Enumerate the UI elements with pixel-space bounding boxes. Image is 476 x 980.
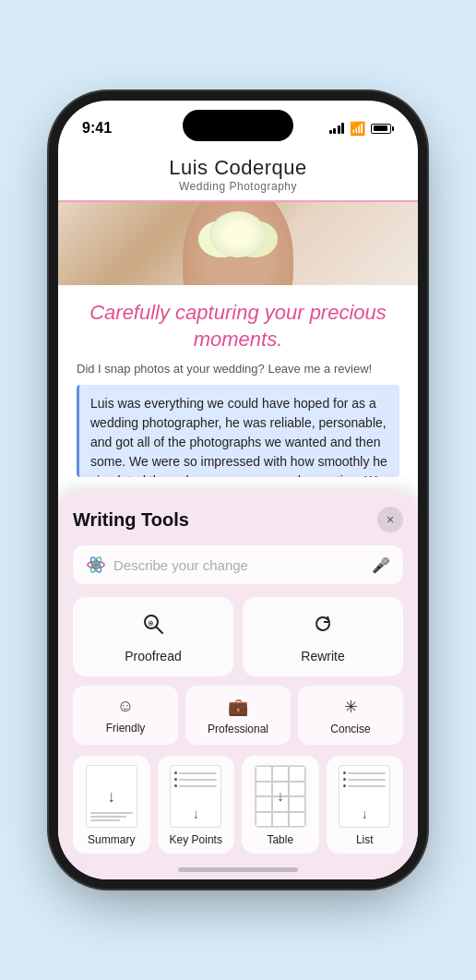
friendly-button[interactable]: ☺ Friendly xyxy=(73,686,178,745)
list-preview: ↓ xyxy=(339,765,390,828)
search-placeholder[interactable]: Describe your change xyxy=(113,557,364,573)
proofread-button[interactable]: ⊕ Proofread xyxy=(73,597,233,676)
battery-icon xyxy=(371,124,394,134)
svg-line-5 xyxy=(157,627,163,634)
professional-label: Professional xyxy=(208,723,268,735)
friendly-label: Friendly xyxy=(106,722,146,735)
dynamic-island xyxy=(183,110,293,141)
doc-cards: ↓ Summary xyxy=(73,756,403,854)
spark-icon xyxy=(86,555,106,575)
site-tagline-text: Carefully capturing your precious moment… xyxy=(58,285,418,358)
hero-image xyxy=(58,202,418,285)
table-label: Table xyxy=(267,833,293,846)
mic-icon[interactable]: 🎤 xyxy=(372,556,390,574)
key-points-label: Key Points xyxy=(170,833,222,846)
list-button[interactable]: ↓ List xyxy=(327,756,404,854)
key-points-arrow-icon: ↓ xyxy=(193,807,199,821)
proofread-icon: ⊕ xyxy=(141,612,165,641)
summary-button[interactable]: ↓ Summary xyxy=(73,756,150,854)
table-button[interactable]: ↓ Table xyxy=(242,756,319,854)
selected-text: Luis was everything we could have hoped … xyxy=(77,385,399,477)
site-tagline: Wedding Photography xyxy=(77,180,399,193)
rewrite-label: Rewrite xyxy=(301,649,344,663)
wifi-icon: 📶 xyxy=(350,121,365,136)
status-time: 9:41 xyxy=(82,120,112,137)
concise-button[interactable]: ✳ Concise xyxy=(298,686,403,745)
professional-button[interactable]: 💼 Professional xyxy=(185,686,291,745)
panel-header: Writing Tools × xyxy=(73,507,403,532)
table-preview: ↓ xyxy=(255,765,306,828)
list-label: List xyxy=(356,833,374,846)
proofread-label: Proofread xyxy=(125,649,181,663)
signal-icon xyxy=(329,123,345,134)
summary-label: Summary xyxy=(88,833,135,846)
site-header: Luis Coderque Wedding Photography xyxy=(58,145,418,202)
professional-icon: 💼 xyxy=(228,697,248,717)
friendly-icon: ☺ xyxy=(117,697,134,716)
page-content: Luis Coderque Wedding Photography Carefu… xyxy=(58,145,418,879)
rewrite-icon xyxy=(311,612,335,641)
svg-point-0 xyxy=(93,562,99,568)
status-bar: 9:41 📶 xyxy=(58,101,418,145)
table-arrow-icon: ↓ xyxy=(277,788,284,805)
writing-tools-panel: Writing Tools × Describe your change 🎤 xyxy=(58,492,418,879)
close-button[interactable]: × xyxy=(377,507,403,532)
phone-frame: 9:41 📶 Luis Coderque Wedding Photography xyxy=(58,101,418,879)
key-points-preview: ↓ xyxy=(170,765,221,828)
concise-icon: ✳ xyxy=(344,697,358,717)
site-name: Luis Coderque xyxy=(77,156,399,180)
key-points-button[interactable]: ↓ Key Points xyxy=(158,756,235,854)
svg-text:⊕: ⊕ xyxy=(148,619,154,627)
concise-label: Concise xyxy=(330,723,370,735)
status-icons: 📶 xyxy=(329,121,395,136)
secondary-actions: ☺ Friendly 💼 Professional ✳ Concise xyxy=(73,686,403,745)
home-indicator xyxy=(178,867,298,872)
rewrite-button[interactable]: Rewrite xyxy=(243,597,403,676)
search-bar[interactable]: Describe your change 🎤 xyxy=(73,545,403,584)
list-arrow-icon: ↓ xyxy=(362,807,368,821)
review-prompt: Did I snap photos at your wedding? Leave… xyxy=(58,358,418,385)
summary-arrow-icon: ↓ xyxy=(107,787,115,807)
summary-preview: ↓ xyxy=(86,765,137,828)
panel-title: Writing Tools xyxy=(73,509,189,531)
main-actions: ⊕ Proofread Rewrite xyxy=(73,597,403,676)
